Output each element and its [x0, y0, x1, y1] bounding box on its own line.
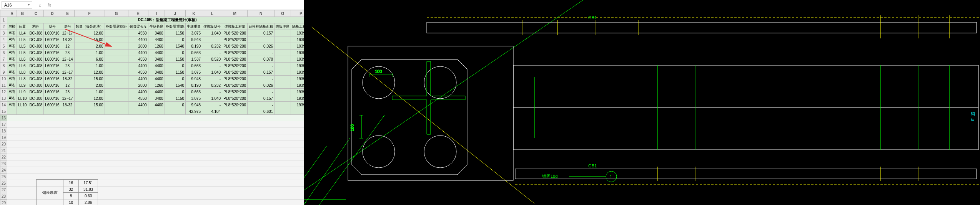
table-cell[interactable]: 193914 — [291, 56, 304, 63]
table-cell[interactable]: - — [248, 89, 275, 95]
main-spreadsheet-grid[interactable]: ABCDEFGHIJKLMNOPQ1DC-10B：型钢梁工程量统计(审核)2层楼… — [0, 10, 304, 205]
table-cell[interactable]: 9.948 — [186, 76, 202, 82]
column-header[interactable]: A — [7, 10, 17, 17]
table-cell[interactable]: 4400 — [128, 36, 148, 43]
table-cell[interactable]: 0 — [165, 102, 186, 108]
empty-cell[interactable]: 钢板厚度1617.513231.8380.60102.8652.81- — [7, 180, 304, 187]
table-cell[interactable]: 4400 — [128, 50, 148, 56]
table-cell[interactable]: PL8*520*200 — [222, 95, 248, 102]
empty-cell[interactable] — [7, 141, 304, 147]
table-cell[interactable]: PL8*520*200 — [222, 56, 248, 63]
table-cell[interactable]: A塔 — [7, 89, 17, 95]
table-header-cell[interactable]: 构件 — [28, 23, 44, 30]
table-cell[interactable]: 193914 — [291, 89, 304, 95]
table-header-cell[interactable]: 连接板工程量 — [222, 23, 248, 30]
table-cell[interactable]: 3400 — [148, 95, 165, 102]
table-total-cell[interactable] — [74, 108, 105, 115]
table-cell[interactable]: 193914 — [291, 63, 304, 69]
table-cell[interactable]: PL8*520*200 — [222, 102, 248, 108]
table-cell[interactable]: PL8*520*200 — [222, 82, 248, 89]
table-cell[interactable]: 4550 — [128, 30, 148, 36]
table-cell[interactable]: DC-J08 — [28, 95, 44, 102]
table-cell[interactable]: 2.00 — [74, 43, 105, 50]
table-cell[interactable]: 0.157 — [248, 95, 275, 102]
empty-cell[interactable] — [7, 128, 304, 134]
column-header[interactable]: L — [202, 10, 222, 17]
table-cell[interactable]: 4550 — [128, 95, 148, 102]
thickness-key[interactable]: 16 — [63, 180, 79, 186]
table-cell[interactable]: 4400 — [128, 76, 148, 82]
table-cell[interactable]: 193914 — [291, 95, 304, 102]
row-header[interactable]: 5 — [0, 43, 7, 50]
empty-cell[interactable] — [7, 134, 304, 141]
table-cell[interactable]: A塔 — [7, 63, 17, 69]
table-cell[interactable]: 193914 — [291, 30, 304, 36]
table-cell[interactable]: 193914 — [291, 76, 304, 82]
table-cell[interactable] — [105, 63, 128, 69]
table-cell[interactable]: DC-J08 — [28, 36, 44, 43]
table-cell[interactable] — [105, 82, 128, 89]
column-header[interactable]: E — [61, 10, 74, 17]
row-header[interactable]: 20 — [0, 141, 7, 147]
table-total-cell[interactable] — [44, 108, 61, 115]
table-cell[interactable]: 12 — [61, 43, 74, 50]
table-cell[interactable]: 12~17 — [61, 95, 74, 102]
row-header[interactable]: 29 — [0, 200, 7, 205]
table-header-cell[interactable]: 钢骨梁重量t — [165, 23, 186, 30]
table-cell[interactable]: 0 — [165, 63, 186, 69]
table-header-cell[interactable]: 牛腿重量 — [186, 23, 202, 30]
table-cell[interactable]: PL8*520*200 — [222, 69, 248, 76]
table-cell[interactable] — [275, 56, 291, 63]
row-header[interactable]: 6 — [0, 50, 7, 56]
table-cell[interactable]: DC-J08 — [28, 76, 44, 82]
row-header[interactable]: 23 — [0, 160, 7, 167]
table-cell[interactable]: LL9 — [17, 82, 28, 89]
table-cell[interactable]: 193914 — [291, 82, 304, 89]
row-header[interactable]: 13 — [0, 95, 7, 102]
row-header[interactable]: 28 — [0, 193, 7, 200]
table-cell[interactable]: LL10 — [17, 102, 28, 108]
table-header-cell[interactable]: 钢骨梁长度 — [128, 23, 148, 30]
column-header[interactable]: I — [148, 10, 165, 17]
table-cell[interactable]: 1.00 — [74, 50, 105, 56]
thickness-val[interactable]: 2.86 — [79, 199, 98, 205]
row-header[interactable]: 26 — [0, 180, 7, 187]
table-cell[interactable]: 15.00 — [74, 102, 105, 108]
row-header[interactable]: 2 — [0, 23, 7, 30]
row-header[interactable]: 14 — [0, 102, 7, 108]
table-cell[interactable]: - — [248, 36, 275, 43]
table-cell[interactable]: 12~17 — [61, 69, 74, 76]
table-cell[interactable]: A塔 — [7, 102, 17, 108]
table-cell[interactable]: LL6 — [17, 56, 28, 63]
table-cell[interactable]: PL8*520*200 — [222, 36, 248, 43]
row-header[interactable]: 25 — [0, 174, 7, 180]
table-cell[interactable] — [105, 50, 128, 56]
table-cell[interactable]: 0.157 — [248, 69, 275, 76]
table-cell[interactable]: 0.190 — [186, 82, 202, 89]
table-total-cell[interactable] — [61, 108, 74, 115]
table-cell[interactable]: L600*16 — [44, 43, 61, 50]
table-cell[interactable]: - — [202, 36, 222, 43]
row-header[interactable]: 27 — [0, 187, 7, 193]
table-cell[interactable]: 1.00 — [74, 89, 105, 95]
table-cell[interactable]: 18-32 — [61, 36, 74, 43]
table-cell[interactable]: DC-J08 — [28, 102, 44, 108]
table-title[interactable]: DC-10B：型钢梁工程量统计(审核) — [7, 17, 304, 23]
table-cell[interactable]: - — [248, 76, 275, 82]
table-cell[interactable]: 4400 — [128, 102, 148, 108]
row-header[interactable]: 9 — [0, 69, 7, 76]
row-header[interactable]: 1 — [0, 17, 7, 23]
table-cell[interactable]: L600*16 — [44, 76, 61, 82]
table-cell[interactable] — [275, 69, 291, 76]
table-cell[interactable] — [105, 69, 128, 76]
table-header-cell[interactable]: 钢骨梁聚综距 — [105, 23, 128, 30]
table-header-cell[interactable]: 层楼 — [7, 23, 17, 30]
row-header[interactable]: 11 — [0, 82, 7, 89]
table-cell[interactable]: 15.00 — [74, 76, 105, 82]
table-cell[interactable]: DC-J08 — [28, 56, 44, 63]
table-header-cell[interactable]: 位置 — [17, 23, 28, 30]
row-header[interactable]: 24 — [0, 167, 7, 174]
row-header[interactable]: 3 — [0, 30, 7, 36]
table-cell[interactable]: 1540 — [165, 82, 186, 89]
table-cell[interactable]: A塔 — [7, 76, 17, 82]
